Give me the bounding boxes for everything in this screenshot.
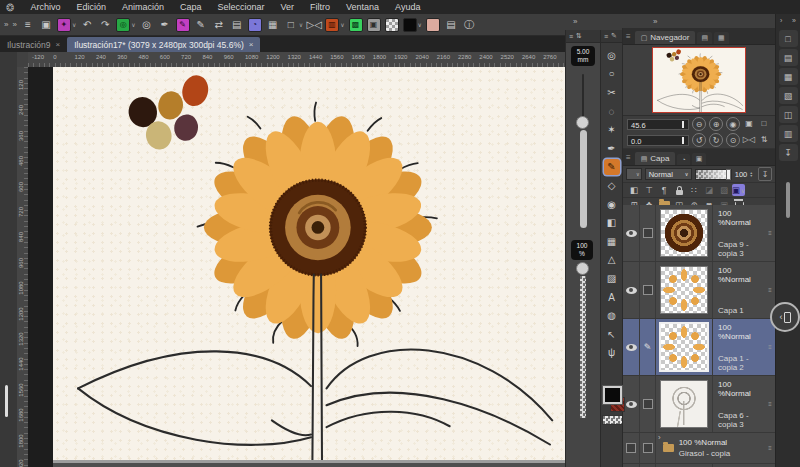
dock-scrollbar[interactable] <box>786 182 790 218</box>
transparent-color-icon[interactable] <box>385 18 399 32</box>
layer-color-icon[interactable]: ▣ ∨ <box>732 184 745 196</box>
menu-item[interactable]: Filtro <box>302 0 338 14</box>
figure-subtool-swatch-icon[interactable]: ◎ ∨ <box>116 18 135 32</box>
layer-checkbox[interactable] <box>640 205 656 261</box>
timeline-panel-icon[interactable]: ▤ <box>779 49 798 66</box>
folder-expander-icon[interactable]: › <box>658 433 661 463</box>
ruler-tool[interactable]: △ <box>604 252 620 268</box>
layer-checkbox[interactable] <box>640 433 656 463</box>
flip-vertical-icon[interactable]: ⇅ <box>758 133 770 145</box>
layer-row-capa1-copia2-selected[interactable]: ✎ 100 %Normal Capa 1 - copia 2 ≡ <box>623 319 775 376</box>
import-panel-icon[interactable]: ↧ <box>779 144 798 161</box>
opacity-stepper[interactable]: ▴▾ <box>750 171 752 178</box>
tool-palette-header[interactable]: ≡ ✎ <box>601 30 622 43</box>
grid-icon[interactable]: ▦ <box>266 18 280 32</box>
layer-visibility-toggle[interactable] <box>623 433 640 463</box>
balloon-tool[interactable]: ◍ <box>604 308 620 324</box>
tab-capa[interactable]: ▤ Capa <box>635 152 676 165</box>
tab-ilustracion9[interactable]: Ilustración9 × <box>0 37 67 52</box>
layer-name[interactable]: Capa 1 <box>718 306 763 315</box>
auto-select-tool[interactable]: ✶ <box>604 122 620 138</box>
layer-thumbnail[interactable] <box>656 319 713 375</box>
layer-panel-icon[interactable]: ▧ <box>779 87 798 104</box>
layer-thumbnail[interactable] <box>656 376 713 432</box>
collapse-panel-button[interactable]: ‹ <box>770 302 800 332</box>
redo-icon[interactable]: ↷ <box>98 18 112 32</box>
layer-thumbnail[interactable] <box>656 205 713 261</box>
ellipse-select-tool[interactable]: ○ <box>604 66 620 82</box>
palette-menu-icon[interactable]: ≡ <box>569 33 573 40</box>
menu-item[interactable]: Edición <box>68 0 114 14</box>
tab-navegador[interactable]: ▢ Navegador <box>635 31 696 44</box>
layer-name[interactable]: Capa 1 - copia 2 <box>718 354 763 372</box>
import-layer-icon[interactable]: ↧ <box>758 167 772 181</box>
panel-menu-icon[interactable]: ≡ <box>626 32 631 41</box>
layer-opacity-slider[interactable] <box>695 169 731 180</box>
layer-editing-indicator[interactable]: ✎ <box>640 319 656 375</box>
navigator-canvas-thumbnail[interactable] <box>652 47 746 113</box>
canvas-viewport[interactable] <box>28 67 565 467</box>
rotate-right-icon[interactable]: ↻ <box>709 133 723 147</box>
tab-subview[interactable]: ▤ <box>697 32 712 44</box>
layer-palette-color-dropdown[interactable]: ∨ <box>626 168 642 180</box>
undo-icon[interactable]: ↶ <box>80 18 94 32</box>
slider-palette-header[interactable]: ≡ ⇅ <box>566 30 600 43</box>
fill-tool[interactable]: ◧ <box>604 215 620 231</box>
lasso-tool[interactable]: ◌ <box>604 103 620 119</box>
close-tab-icon[interactable]: × <box>249 40 254 49</box>
layer-drag-handle[interactable]: ≡ <box>765 433 775 463</box>
eyedropper-icon[interactable]: ✒ <box>158 18 172 32</box>
reset-rotation-icon[interactable]: ⊙ <box>726 133 740 147</box>
gradient-tool[interactable]: ▨ <box>604 270 620 286</box>
material-panel-icon[interactable]: ▦ <box>779 68 798 85</box>
collapse-palette-icon[interactable]: » <box>573 17 577 26</box>
collapse-toolbar-icon[interactable]: » <box>4 20 8 29</box>
layer-checkbox[interactable] <box>640 376 656 432</box>
material-green-swatch-icon[interactable]: ▩ <box>349 18 363 32</box>
brush-size-knob[interactable] <box>576 116 589 129</box>
pen-settings-icon[interactable]: ✎ <box>194 18 208 32</box>
layer-property-panel-icon[interactable]: ◫ <box>779 106 798 123</box>
canvas-properties-icon[interactable]: ▣ <box>39 18 53 32</box>
layer-palette-icon[interactable]: ▤ <box>230 18 244 32</box>
lock-transparent-pixels-icon[interactable]: ∷ <box>687 184 701 196</box>
collapsed-palette-handle[interactable] <box>5 385 8 417</box>
opacity-knob[interactable] <box>576 262 589 275</box>
rotate-value-field[interactable]: 0.0 <box>627 135 689 146</box>
ruler-range-icon[interactable]: ▨ <box>717 184 731 196</box>
layer-checkbox[interactable] <box>640 262 656 318</box>
brush-size-track-upper[interactable] <box>582 74 584 122</box>
zoom-value-field[interactable]: 45.6 <box>627 119 689 130</box>
color-history-swatch-icon[interactable]: ▥ ∨ <box>325 18 344 32</box>
app-logo-icon[interactable]: ❂ <box>6 2 14 13</box>
correct-line-tool[interactable]: ↖ <box>604 326 620 342</box>
layer-name[interactable]: Girasol - copia <box>679 449 763 458</box>
main-color-black-icon[interactable]: ∨ <box>403 18 422 32</box>
flip-view-icon[interactable]: ▷◁ <box>307 18 321 32</box>
zoom-100-icon[interactable]: ◉ <box>726 117 740 131</box>
layer-row-capa9-copia3[interactable]: 100 %Normal Capa 9 - copia 3 ≡ <box>623 205 775 262</box>
close-tab-icon[interactable]: × <box>55 40 60 49</box>
fit-to-screen-icon[interactable]: ▣ <box>743 117 755 129</box>
layer-drag-handle[interactable]: ≡ <box>765 205 775 261</box>
layer-visibility-toggle[interactable] <box>623 319 640 375</box>
sub-color-pink-icon[interactable] <box>426 18 440 32</box>
rotate-left-icon[interactable]: ↺ <box>692 133 706 147</box>
layer-visibility-toggle[interactable] <box>623 205 640 261</box>
layer-name[interactable]: Capa 9 - copia 3 <box>718 240 763 258</box>
tool-property-icon[interactable]: ⇄ <box>212 18 226 32</box>
enable-mask-icon[interactable]: ◪ <box>702 184 716 196</box>
brush-tool[interactable]: ✎ <box>604 159 620 175</box>
collapse-palette-icon-2[interactable]: » <box>653 17 657 26</box>
navigator-preview[interactable] <box>623 45 775 116</box>
layer-thumbnail[interactable] <box>656 262 713 318</box>
menu-item[interactable]: Ver <box>273 0 303 14</box>
layer-row-girasol-copia-folder[interactable]: › 100 %Normal Girasol - copia ≡ <box>623 433 775 464</box>
reference-layer-icon[interactable]: ⊤ <box>642 184 656 196</box>
navigator-panel-icon[interactable]: □ <box>779 30 798 47</box>
fit-to-window-icon[interactable]: □ <box>758 117 770 129</box>
menu-item[interactable]: Archivo <box>22 0 68 14</box>
collapse-toolbar-icon-2[interactable]: » <box>12 20 16 29</box>
hand-tool[interactable]: ψ <box>604 345 620 361</box>
tab-ilustracion17[interactable]: Ilustración17* (3079 x 2480px 300dpi 45.… <box>67 37 260 52</box>
